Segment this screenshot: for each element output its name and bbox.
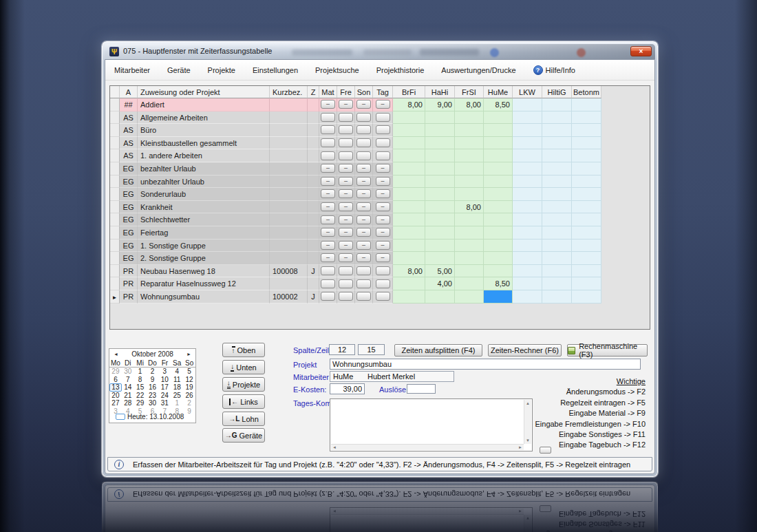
calendar-day[interactable]: 2 xyxy=(147,368,159,376)
calendar-day[interactable]: 23 xyxy=(147,392,159,400)
calendar-day[interactable]: 22 xyxy=(134,392,147,400)
day-toggle-button[interactable] xyxy=(376,113,390,122)
time-cell[interactable] xyxy=(425,201,455,214)
column-header[interactable]: LKW xyxy=(513,86,542,98)
day-toggle-button[interactable]: – xyxy=(321,177,335,186)
cell-kurzbez[interactable] xyxy=(270,98,308,111)
cell-kind[interactable]: ## xyxy=(120,98,138,111)
scroll-up-icon[interactable]: ▲ xyxy=(524,401,531,406)
row-selector[interactable]: ► xyxy=(110,290,120,304)
day-toggle-button[interactable]: – xyxy=(376,189,390,198)
time-cell[interactable]: 9,00 xyxy=(425,98,455,111)
table-row[interactable]: EG2. Sonstige Gruppe–––– xyxy=(110,252,601,265)
row-selector[interactable] xyxy=(110,162,120,175)
day-toggle-button[interactable]: – xyxy=(321,228,335,237)
vertical-scrollbar[interactable]: ▲ ▼ xyxy=(524,400,531,444)
calendar-day[interactable]: 1 xyxy=(171,399,183,407)
calendar-day[interactable]: 11 xyxy=(171,376,183,384)
day-toggle-button[interactable]: – xyxy=(356,177,371,186)
time-cell[interactable] xyxy=(393,149,425,162)
time-cell[interactable] xyxy=(455,162,484,175)
calendar-day[interactable]: 1 xyxy=(134,368,147,376)
column-header[interactable]: HaHi xyxy=(425,86,455,98)
calendar-day[interactable]: 3 xyxy=(158,368,171,376)
cell-name[interactable]: Sonderurlaub xyxy=(138,188,270,201)
tagebuch-toggle-button[interactable] xyxy=(540,447,551,454)
cell-kind[interactable]: EG xyxy=(120,175,138,189)
day-cell[interactable] xyxy=(373,124,393,137)
unten-button[interactable]: ↓ Unten xyxy=(222,360,265,374)
day-cell[interactable]: – xyxy=(373,226,393,240)
calendar-day[interactable]: 5 xyxy=(183,368,195,376)
day-toggle-button[interactable] xyxy=(339,279,353,288)
row-selector[interactable] xyxy=(110,265,120,278)
time-cell[interactable] xyxy=(484,162,513,175)
time-cell[interactable] xyxy=(513,201,542,214)
day-cell[interactable]: – xyxy=(337,98,355,111)
time-cell[interactable] xyxy=(425,124,455,137)
column-header[interactable]: Fre xyxy=(337,86,355,98)
day-toggle-button[interactable] xyxy=(321,266,335,275)
day-cell[interactable]: – xyxy=(355,188,373,201)
calendar-day[interactable]: 19 xyxy=(183,383,195,392)
cell-kind[interactable]: EG xyxy=(120,226,138,240)
day-cell[interactable]: – xyxy=(373,240,393,253)
cell-name[interactable]: Reparatur Haselnussweg 12 xyxy=(138,277,270,290)
day-cell[interactable]: – xyxy=(373,201,393,214)
day-toggle-button[interactable]: – xyxy=(339,189,353,198)
cell-kurzbez[interactable] xyxy=(270,277,308,290)
cell-kind[interactable]: PR xyxy=(120,290,138,304)
day-toggle-button[interactable]: – xyxy=(321,241,335,250)
time-cell[interactable] xyxy=(425,149,455,162)
calendar-day[interactable]: 25 xyxy=(171,392,183,400)
time-cell[interactable] xyxy=(542,98,572,111)
time-cell[interactable] xyxy=(513,111,542,125)
day-toggle-button[interactable]: – xyxy=(356,164,371,173)
row-selector[interactable] xyxy=(110,124,120,137)
tages-kommentar-textarea[interactable]: ▲ ▼ ◄ ► xyxy=(330,398,533,451)
close-button[interactable]: × xyxy=(630,46,652,56)
day-toggle-button[interactable]: – xyxy=(356,189,371,198)
time-cell[interactable] xyxy=(572,124,601,137)
cell-z[interactable] xyxy=(308,240,319,253)
time-cell[interactable] xyxy=(513,175,542,189)
time-cell[interactable] xyxy=(425,162,455,175)
day-cell[interactable]: – xyxy=(355,98,373,111)
calendar-day[interactable]: 16 xyxy=(147,383,159,392)
row-selector[interactable] xyxy=(110,137,120,150)
day-toggle-button[interactable]: – xyxy=(376,202,390,211)
day-cell[interactable]: – xyxy=(319,252,337,265)
calendar-prev-button[interactable]: ◄ xyxy=(114,349,118,359)
day-cell[interactable] xyxy=(355,265,373,278)
cell-name[interactable]: Büro xyxy=(138,124,270,137)
day-toggle-button[interactable] xyxy=(356,151,371,160)
row-selector[interactable] xyxy=(110,175,120,189)
time-cell[interactable] xyxy=(425,111,455,125)
time-cell[interactable] xyxy=(513,290,542,304)
time-cell[interactable]: 8,00 xyxy=(393,98,425,111)
time-cell[interactable] xyxy=(425,240,455,253)
day-cell[interactable]: – xyxy=(337,240,355,253)
day-cell[interactable] xyxy=(373,277,393,290)
day-toggle-button[interactable]: – xyxy=(376,241,390,250)
day-cell[interactable]: – xyxy=(373,213,393,226)
cell-kurzbez[interactable] xyxy=(270,149,308,162)
day-toggle-button[interactable]: – xyxy=(339,164,353,173)
time-cell[interactable] xyxy=(455,124,484,137)
day-cell[interactable] xyxy=(355,137,373,150)
cell-kurzbez[interactable]: 100008 xyxy=(270,265,308,278)
cell-z[interactable] xyxy=(308,277,319,290)
time-cell[interactable] xyxy=(513,277,542,290)
time-cell[interactable] xyxy=(484,213,513,226)
cell-kurzbez[interactable] xyxy=(270,226,308,240)
day-cell[interactable]: – xyxy=(355,240,373,253)
cell-z[interactable] xyxy=(308,188,319,201)
calendar-day[interactable]: 10 xyxy=(158,376,171,384)
lohn-button[interactable]: →L Lohn xyxy=(222,412,265,426)
table-row[interactable]: EGunbezahlter Urlaub–––– xyxy=(110,175,601,189)
time-cell[interactable]: 8,00 xyxy=(455,201,484,214)
time-cell[interactable] xyxy=(425,252,455,265)
time-cell[interactable] xyxy=(393,175,425,189)
cell-kind[interactable]: AS xyxy=(120,124,138,137)
day-cell[interactable] xyxy=(337,137,355,150)
